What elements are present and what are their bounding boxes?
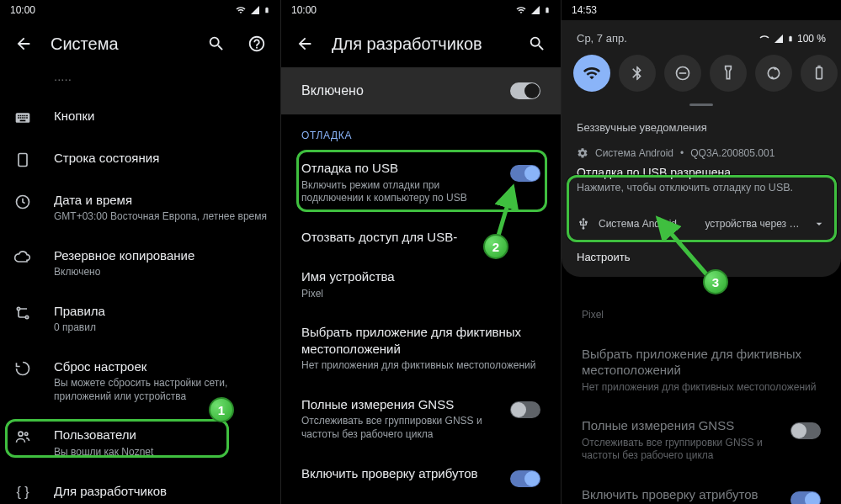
list-item-statusbar[interactable]: Строка состояния [0,138,280,180]
notif-body: Нажмите, чтобы отключить отладку по USB. [577,182,826,194]
cloud-icon [13,247,32,266]
gear-icon [577,147,588,159]
list-item: Pixel [562,294,841,334]
svg-point-2 [17,307,19,310]
qs-flashlight[interactable] [710,55,747,92]
shade-handle[interactable] [689,103,713,106]
clock: 10:00 [291,4,515,16]
qs-battery-saver[interactable] [801,55,838,92]
list-item-developer[interactable]: { } Для разработчиков [0,471,280,504]
chevron-down-icon[interactable] [812,217,826,231]
usb-icon [577,217,590,231]
list-item: Выбрать приложение для фиктивных местопо… [562,334,841,406]
back-button[interactable] [5,25,42,62]
quick-settings-row [562,51,841,100]
clock: 14:53 [572,4,831,16]
users-icon [13,427,32,445]
phone-icon [13,150,32,168]
back-button[interactable] [286,25,323,62]
search-button[interactable] [519,25,556,62]
help-button[interactable] [238,25,275,62]
toggle-disabled [790,422,821,439]
notif-title: Отладка по USB разрешена [577,166,826,179]
clock: 10:00 [10,4,235,16]
page-title: Для разработчиков [327,34,515,54]
pane-developers: 10:00 Для разработчиков Включено Отладка… [280,0,561,504]
placeholder-icon [13,71,32,72]
master-toggle[interactable] [510,82,540,99]
master-switch-label: Включено [301,83,510,98]
svg-point-3 [25,316,28,318]
rules-icon [13,303,32,321]
toggle-usb-debugging[interactable] [510,165,540,182]
list-item: Полные измерения GNSSОтслеживать все гру… [562,406,841,475]
status-icons [515,5,551,15]
list-item-reset[interactable]: Сброс настроекВы можете сбросить настрой… [0,347,280,416]
date-text: Ср, 7 апр. [577,32,627,45]
status-icons [235,5,270,15]
toggle-gnss[interactable] [510,401,540,418]
pref-revoke-usb[interactable]: Отозвать доступ для USB- [281,217,561,257]
status-bar: 10:00 [281,0,561,20]
notification-usb-debug[interactable]: Система Android • QQ3A.200805.001 Отладк… [562,139,841,205]
page-title: Система [45,34,194,54]
silent-notifications-header: Беззвучные уведомления [562,109,841,139]
qs-wifi[interactable] [573,55,610,92]
svg-rect-0 [19,153,27,166]
list-item-backup[interactable]: Резервное копированиеВключено [0,236,280,291]
notification-usb-charge[interactable]: Система Android устройства через USB… [562,207,841,241]
app-bar: Система [0,20,280,67]
svg-point-4 [19,432,23,437]
manage-button[interactable]: Настроить [562,241,841,268]
notification-shade: Ср, 7 апр. 100 % Беззвучные уведомления … [562,20,841,277]
list-item-datetime[interactable]: Дата и времяGMT+03:00 Восточная Европа, … [0,180,280,236]
toggle-check-attrs[interactable] [510,470,540,487]
app-bar: Для разработчиков [281,20,561,67]
dev-icon: { } [13,483,32,500]
section-header-debug: Отладка [281,114,561,148]
search-button[interactable] [198,25,235,62]
notif-app-name: Система Android [595,147,673,159]
shade-header: Ср, 7 апр. 100 % [562,20,841,51]
list-item-buttons[interactable]: Кнопки [0,96,280,138]
pane-notifications: 14:53 Pixel Выбрать приложение для фикти… [561,0,841,504]
pref-mock-location[interactable]: Выбрать приложение для фиктивных местопо… [281,312,561,385]
qs-rotate[interactable] [755,55,792,92]
list-item: Включить проверку атрибутов [562,475,841,504]
pref-usb-debugging[interactable]: Отладка по USBВключить режим отладки при… [281,148,561,217]
master-switch-row[interactable]: Включено [281,67,561,114]
status-bar: 14:53 [562,0,841,20]
notif-meta: QQ3A.200805.001 [690,147,774,159]
pref-gnss[interactable]: Полные измерения GNSSОтслеживать все гру… [281,385,561,454]
list-item[interactable]: ····· [0,67,280,96]
list-item-users[interactable]: ПользователиВы вошли как Noznet [0,415,280,470]
settings-list: ····· Кнопки Строка состояния Дата и вре… [0,67,280,504]
list-item-rules[interactable]: Правила0 правил [0,291,280,347]
qs-bluetooth[interactable] [619,55,656,92]
clock-icon [13,192,32,210]
qs-dnd[interactable] [664,55,701,92]
reset-icon [13,358,32,377]
toggle-disabled [790,491,821,504]
pref-check-attrs[interactable]: Включить проверку атрибутов [281,454,561,499]
battery-text: 100 % [797,33,826,45]
svg-point-5 [25,432,28,435]
status-bar: 10:00 [0,0,280,20]
keyboard-icon [13,108,32,126]
pane-system: 10:00 Система ····· Кнопки Строка сост [0,0,280,504]
svg-rect-8 [817,67,822,78]
pref-device-name[interactable]: Имя устройстваPixel [281,257,561,312]
dimmed-background: Pixel Выбрать приложение для фиктивных м… [562,294,841,504]
